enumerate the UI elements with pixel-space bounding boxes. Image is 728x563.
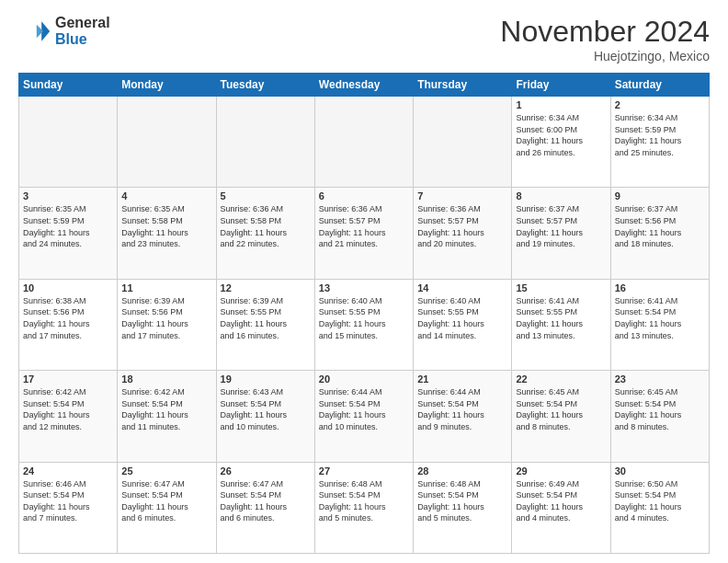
day-number: 15 xyxy=(516,282,606,293)
day-number: 23 xyxy=(615,373,705,385)
calendar-cell: 25Sunrise: 6:47 AM Sunset: 5:54 PM Dayli… xyxy=(118,462,216,553)
day-info: Sunrise: 6:37 AM Sunset: 5:57 PM Dayligh… xyxy=(516,203,606,249)
day-number: 24 xyxy=(23,465,113,477)
logo: General Blue xyxy=(18,15,110,48)
calendar-cell: 11Sunrise: 6:39 AM Sunset: 5:56 PM Dayli… xyxy=(118,279,216,370)
location: Huejotzingo, Mexico xyxy=(500,49,710,63)
week-row-2: 10Sunrise: 6:38 AM Sunset: 5:56 PM Dayli… xyxy=(19,279,710,370)
day-info: Sunrise: 6:48 AM Sunset: 5:54 PM Dayligh… xyxy=(417,478,507,524)
day-number: 20 xyxy=(319,373,409,385)
day-info: Sunrise: 6:42 AM Sunset: 5:54 PM Dayligh… xyxy=(23,386,113,432)
day-number: 29 xyxy=(516,465,606,477)
weekday-header-wednesday: Wednesday xyxy=(314,74,413,97)
day-number: 13 xyxy=(319,282,409,293)
calendar-cell: 28Sunrise: 6:48 AM Sunset: 5:54 PM Dayli… xyxy=(414,462,512,553)
weekday-header-sunday: Sunday xyxy=(19,74,118,97)
calendar-cell: 5Sunrise: 6:36 AM Sunset: 5:58 PM Daylig… xyxy=(216,188,314,279)
day-info: Sunrise: 6:47 AM Sunset: 5:54 PM Dayligh… xyxy=(221,478,311,524)
day-info: Sunrise: 6:41 AM Sunset: 5:54 PM Dayligh… xyxy=(615,295,705,341)
calendar-cell xyxy=(216,97,314,188)
weekday-header-tuesday: Tuesday xyxy=(216,74,314,97)
day-number: 12 xyxy=(221,282,311,293)
day-number: 25 xyxy=(121,465,211,477)
calendar-cell: 17Sunrise: 6:42 AM Sunset: 5:54 PM Dayli… xyxy=(19,371,118,462)
calendar-cell: 29Sunrise: 6:49 AM Sunset: 5:54 PM Dayli… xyxy=(512,462,610,553)
calendar-cell: 7Sunrise: 6:36 AM Sunset: 5:57 PM Daylig… xyxy=(414,188,512,279)
calendar-cell: 18Sunrise: 6:42 AM Sunset: 5:54 PM Dayli… xyxy=(118,371,216,462)
month-title: November 2024 xyxy=(500,15,710,49)
page: General Blue November 2024 Huejotzingo, … xyxy=(0,0,728,563)
week-row-4: 24Sunrise: 6:46 AM Sunset: 5:54 PM Dayli… xyxy=(19,462,710,553)
day-number: 19 xyxy=(221,373,311,385)
day-number: 7 xyxy=(417,190,507,201)
day-info: Sunrise: 6:42 AM Sunset: 5:54 PM Dayligh… xyxy=(121,386,211,432)
day-number: 21 xyxy=(417,373,507,385)
day-number: 2 xyxy=(615,99,705,110)
calendar-cell xyxy=(414,97,512,188)
calendar-cell xyxy=(314,97,413,188)
header: General Blue November 2024 Huejotzingo, … xyxy=(18,15,710,63)
day-info: Sunrise: 6:43 AM Sunset: 5:54 PM Dayligh… xyxy=(221,386,311,432)
day-info: Sunrise: 6:41 AM Sunset: 5:55 PM Dayligh… xyxy=(516,295,606,341)
calendar-cell: 1Sunrise: 6:34 AM Sunset: 6:00 PM Daylig… xyxy=(512,97,610,188)
calendar-cell: 16Sunrise: 6:41 AM Sunset: 5:54 PM Dayli… xyxy=(610,279,709,370)
calendar-cell: 23Sunrise: 6:45 AM Sunset: 5:54 PM Dayli… xyxy=(610,371,709,462)
day-info: Sunrise: 6:36 AM Sunset: 5:57 PM Dayligh… xyxy=(319,203,409,249)
calendar-cell: 22Sunrise: 6:45 AM Sunset: 5:54 PM Dayli… xyxy=(512,371,610,462)
day-number: 22 xyxy=(516,373,606,385)
day-info: Sunrise: 6:38 AM Sunset: 5:56 PM Dayligh… xyxy=(23,295,113,341)
calendar-cell: 20Sunrise: 6:44 AM Sunset: 5:54 PM Dayli… xyxy=(314,371,413,462)
day-info: Sunrise: 6:34 AM Sunset: 5:59 PM Dayligh… xyxy=(615,112,705,158)
week-row-1: 3Sunrise: 6:35 AM Sunset: 5:59 PM Daylig… xyxy=(19,188,710,279)
day-number: 17 xyxy=(23,373,113,385)
calendar-cell: 8Sunrise: 6:37 AM Sunset: 5:57 PM Daylig… xyxy=(512,188,610,279)
day-number: 18 xyxy=(121,373,211,385)
week-row-0: 1Sunrise: 6:34 AM Sunset: 6:00 PM Daylig… xyxy=(19,97,710,188)
calendar-cell: 4Sunrise: 6:35 AM Sunset: 5:58 PM Daylig… xyxy=(118,188,216,279)
calendar-table: SundayMondayTuesdayWednesdayThursdayFrid… xyxy=(18,73,710,554)
calendar-cell: 19Sunrise: 6:43 AM Sunset: 5:54 PM Dayli… xyxy=(216,371,314,462)
day-info: Sunrise: 6:34 AM Sunset: 6:00 PM Dayligh… xyxy=(516,112,606,158)
day-number: 30 xyxy=(615,465,705,477)
calendar-cell: 9Sunrise: 6:37 AM Sunset: 5:56 PM Daylig… xyxy=(610,188,709,279)
day-info: Sunrise: 6:44 AM Sunset: 5:54 PM Dayligh… xyxy=(417,386,507,432)
calendar-cell: 3Sunrise: 6:35 AM Sunset: 5:59 PM Daylig… xyxy=(19,188,118,279)
day-info: Sunrise: 6:40 AM Sunset: 5:55 PM Dayligh… xyxy=(417,295,507,341)
day-number: 1 xyxy=(516,99,606,110)
day-info: Sunrise: 6:35 AM Sunset: 5:59 PM Dayligh… xyxy=(23,203,113,249)
day-info: Sunrise: 6:36 AM Sunset: 5:57 PM Dayligh… xyxy=(417,203,507,249)
day-info: Sunrise: 6:37 AM Sunset: 5:56 PM Dayligh… xyxy=(615,203,705,249)
day-number: 26 xyxy=(221,465,311,477)
day-info: Sunrise: 6:45 AM Sunset: 5:54 PM Dayligh… xyxy=(615,386,705,432)
day-number: 10 xyxy=(23,282,113,293)
day-number: 16 xyxy=(615,282,705,293)
logo-general: General xyxy=(55,15,110,31)
calendar-cell: 12Sunrise: 6:39 AM Sunset: 5:55 PM Dayli… xyxy=(216,279,314,370)
day-number: 9 xyxy=(615,190,705,201)
day-number: 11 xyxy=(121,282,211,293)
day-number: 4 xyxy=(121,190,211,201)
day-info: Sunrise: 6:50 AM Sunset: 5:54 PM Dayligh… xyxy=(615,478,705,524)
calendar-cell: 13Sunrise: 6:40 AM Sunset: 5:55 PM Dayli… xyxy=(314,279,413,370)
calendar-cell: 15Sunrise: 6:41 AM Sunset: 5:55 PM Dayli… xyxy=(512,279,610,370)
day-number: 8 xyxy=(516,190,606,201)
calendar-cell: 27Sunrise: 6:48 AM Sunset: 5:54 PM Dayli… xyxy=(314,462,413,553)
day-number: 28 xyxy=(417,465,507,477)
day-number: 14 xyxy=(417,282,507,293)
day-number: 27 xyxy=(319,465,409,477)
day-info: Sunrise: 6:47 AM Sunset: 5:54 PM Dayligh… xyxy=(121,478,211,524)
weekday-header-monday: Monday xyxy=(118,74,216,97)
weekday-header-saturday: Saturday xyxy=(610,74,709,97)
calendar-cell: 30Sunrise: 6:50 AM Sunset: 5:54 PM Dayli… xyxy=(610,462,709,553)
day-info: Sunrise: 6:46 AM Sunset: 5:54 PM Dayligh… xyxy=(23,478,113,524)
calendar-cell: 14Sunrise: 6:40 AM Sunset: 5:55 PM Dayli… xyxy=(414,279,512,370)
day-info: Sunrise: 6:45 AM Sunset: 5:54 PM Dayligh… xyxy=(516,386,606,432)
calendar-cell: 24Sunrise: 6:46 AM Sunset: 5:54 PM Dayli… xyxy=(19,462,118,553)
weekday-header-thursday: Thursday xyxy=(414,74,512,97)
day-number: 3 xyxy=(23,190,113,201)
day-info: Sunrise: 6:40 AM Sunset: 5:55 PM Dayligh… xyxy=(319,295,409,341)
day-info: Sunrise: 6:48 AM Sunset: 5:54 PM Dayligh… xyxy=(319,478,409,524)
weekday-header-row: SundayMondayTuesdayWednesdayThursdayFrid… xyxy=(19,74,710,97)
calendar-cell: 2Sunrise: 6:34 AM Sunset: 5:59 PM Daylig… xyxy=(610,97,709,188)
day-number: 5 xyxy=(221,190,311,201)
